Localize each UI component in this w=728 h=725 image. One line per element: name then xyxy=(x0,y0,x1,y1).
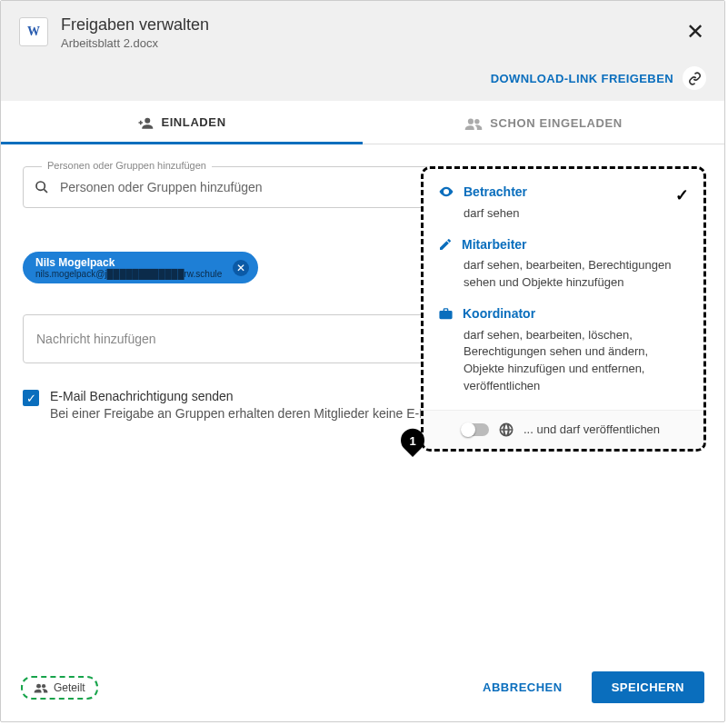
briefcase-icon xyxy=(438,306,454,322)
download-link-button[interactable]: DOWNLOAD-LINK FREIGEBEN xyxy=(491,66,706,90)
role-coord-desc: darf sehen, bearbeiten, löschen, Berecht… xyxy=(464,327,689,395)
role-viewer-desc: darf sehen xyxy=(464,205,689,223)
file-name: Arbeitsblatt 2.docx xyxy=(61,36,209,50)
close-icon[interactable]: ✕ xyxy=(686,21,704,43)
chip-text: Nils Mogelpack nils.mogelpack@j█████████… xyxy=(35,256,222,279)
tab-invited[interactable]: SCHON EINGELADEN xyxy=(363,101,724,144)
search-floating-label: Personen oder Gruppen hinzufügen xyxy=(42,160,212,171)
save-button[interactable]: SPEICHERN xyxy=(592,671,704,703)
role-option-viewer[interactable]: Betrachter ✓ darf sehen xyxy=(438,184,689,223)
role-viewer-title: Betrachter xyxy=(464,184,527,199)
dialog-title: Freigaben verwalten xyxy=(61,15,209,35)
roles-popover: Betrachter ✓ darf sehen Mitarbeiter darf… xyxy=(421,166,706,452)
role-coord-title: Koordinator xyxy=(463,306,535,321)
shared-label: Geteilt xyxy=(54,681,85,694)
svg-point-5 xyxy=(36,683,41,688)
role-editor-desc: darf sehen, bearbeiten, Berechtigungen s… xyxy=(464,257,689,292)
email-notify-hint: Bei einer Freigabe an Gruppen erhalten d… xyxy=(50,406,430,421)
user-chip[interactable]: Nils Mogelpack nils.mogelpack@j█████████… xyxy=(23,252,258,283)
people-icon xyxy=(34,682,48,693)
svg-point-1 xyxy=(468,118,474,124)
person-add-icon xyxy=(137,116,154,129)
publish-permission-row: ... und darf veröffentlichen xyxy=(424,410,703,449)
chip-email: nils.mogelpack@j████████████rw.schule xyxy=(35,269,222,279)
svg-point-2 xyxy=(474,119,479,124)
search-placeholder: Personen oder Gruppen hinzufügen xyxy=(60,180,263,194)
title-block: Freigaben verwalten Arbeitsblatt 2.docx xyxy=(61,15,209,50)
svg-point-6 xyxy=(42,684,45,688)
email-notify-label: E-Mail Benachrichtigung senden xyxy=(50,389,430,403)
docx-file-icon: W xyxy=(19,17,48,46)
check-icon: ✓ xyxy=(675,185,689,205)
message-placeholder: Nachricht hinzufügen xyxy=(36,332,156,346)
tabs: EINLADEN SCHON EINGELADEN xyxy=(1,101,724,144)
dialog-footer: Geteilt ABBRECHEN SPEICHERN xyxy=(1,655,724,721)
people-icon xyxy=(464,117,483,130)
chip-name: Nils Mogelpack xyxy=(35,256,222,269)
dialog-header: W Freigaben verwalten Arbeitsblatt 2.doc… xyxy=(1,1,724,61)
svg-point-3 xyxy=(36,182,45,190)
publish-label: ... und darf veröffentlichen xyxy=(524,422,660,436)
download-link-label: DOWNLOAD-LINK FREIGEBEN xyxy=(491,72,673,85)
eye-icon xyxy=(438,184,454,200)
tab-invite-label: EINLADEN xyxy=(161,115,225,129)
chip-remove-icon[interactable]: ✕ xyxy=(233,260,249,276)
role-option-coordinator[interactable]: Koordinator darf sehen, bearbeiten, lösc… xyxy=(438,306,689,395)
cancel-button[interactable]: ABBRECHEN xyxy=(463,671,583,703)
search-icon xyxy=(35,180,49,194)
download-link-row: DOWNLOAD-LINK FREIGEBEN xyxy=(1,61,724,101)
shared-status-chip[interactable]: Geteilt xyxy=(21,676,98,700)
globe-icon xyxy=(498,422,514,438)
share-dialog: W Freigaben verwalten Arbeitsblatt 2.doc… xyxy=(0,0,725,722)
email-notify-checkbox[interactable]: ✓ xyxy=(23,390,39,406)
svg-point-0 xyxy=(145,117,151,123)
svg-point-4 xyxy=(445,191,448,194)
tab-invited-label: SCHON EINGELADEN xyxy=(490,116,622,130)
tab-invite[interactable]: EINLADEN xyxy=(1,101,363,144)
dialog-body: Personen oder Gruppen hinzufügen Persone… xyxy=(1,144,724,655)
publish-toggle[interactable] xyxy=(462,423,489,436)
role-option-editor[interactable]: Mitarbeiter darf sehen, bearbeiten, Bere… xyxy=(438,237,689,292)
link-icon xyxy=(683,66,706,90)
role-editor-title: Mitarbeiter xyxy=(462,237,527,252)
footer-actions: ABBRECHEN SPEICHERN xyxy=(463,671,704,703)
pencil-icon xyxy=(438,237,453,252)
